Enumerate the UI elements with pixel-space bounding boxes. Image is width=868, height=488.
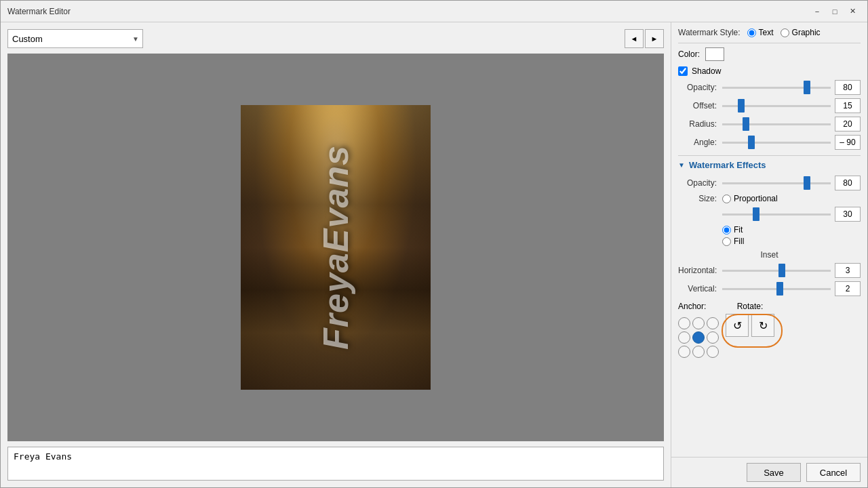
anchor-dot-0[interactable]	[678, 317, 690, 329]
shadow-offset-row: Offset: 15	[678, 98, 861, 113]
shadow-header: Shadow	[678, 66, 861, 76]
proportional-radio[interactable]	[722, 195, 731, 203]
shadow-checkbox[interactable]	[678, 66, 688, 76]
rotate-cw-button[interactable]: ↻	[751, 314, 774, 337]
nav-buttons: ◄ ►	[625, 29, 664, 48]
shadow-radius-slider[interactable]	[722, 123, 831, 125]
horizontal-inset-row: Horizontal: 3	[678, 263, 861, 278]
size-label: Size:	[678, 194, 722, 203]
shadow-opacity-slider[interactable]	[722, 87, 831, 89]
color-label: Color:	[678, 49, 700, 59]
shadow-offset-slider[interactable]	[722, 105, 831, 107]
title-bar: Watermark Editor − □ ✕	[1, 1, 867, 22]
right-scroll-area[interactable]: Watermark Style: Text Graphic Color:	[671, 22, 867, 457]
nav-prev-button[interactable]: ◄	[625, 29, 644, 48]
size-row: Size: Proportional	[678, 194, 861, 203]
vertical-inset-row: Vertical: 2	[678, 281, 861, 296]
inset-title: Inset	[678, 250, 861, 260]
minimize-button[interactable]: −	[809, 5, 825, 18]
shadow-angle-row: Angle: – 90	[678, 135, 861, 150]
anchor-dot-1[interactable]	[692, 317, 705, 329]
shadow-radius-value: 20	[835, 117, 861, 131]
shadow-radius-slider-wrapper	[722, 117, 831, 131]
graphic-style-option[interactable]: Graphic	[781, 28, 821, 37]
photo-overlay	[241, 105, 431, 390]
anchor-label: Anchor:	[678, 302, 706, 311]
window-title: Watermark Editor	[7, 7, 71, 16]
anchor-dot-6[interactable]	[678, 346, 690, 358]
bottom-buttons: Save Cancel	[671, 457, 867, 487]
color-row: Color:	[678, 47, 861, 61]
left-panel: Custom ▼ ◄ ► FreyaEvans	[1, 22, 671, 487]
vertical-value: 2	[835, 281, 861, 296]
graphic-style-label: Graphic	[792, 28, 821, 37]
fill-option[interactable]: Fill	[722, 237, 861, 246]
preview-image: FreyaEvans	[241, 105, 431, 390]
horizontal-slider-wrapper	[722, 264, 831, 277]
shadow-opacity-value: 80	[835, 80, 861, 95]
watermark-editor-window: Watermark Editor − □ ✕ Custom ▼ ◄ ►	[0, 0, 868, 488]
shadow-angle-slider-wrapper	[722, 136, 831, 149]
shadow-opacity-slider-wrapper	[722, 81, 831, 94]
size-value: 30	[835, 207, 861, 222]
anchor-dot-4[interactable]	[692, 331, 705, 344]
preset-dropdown-wrapper: Custom ▼	[7, 29, 143, 48]
toolbar: Custom ▼ ◄ ►	[7, 29, 664, 48]
close-button[interactable]: ✕	[844, 5, 861, 18]
graphic-style-radio[interactable]	[781, 28, 789, 37]
text-style-option[interactable]: Text	[747, 28, 774, 37]
effects-opacity-slider[interactable]	[722, 182, 831, 184]
anchor-dot-2[interactable]	[707, 317, 719, 329]
maximize-button[interactable]: □	[827, 5, 843, 18]
save-button[interactable]: Save	[747, 463, 801, 482]
preview-area: FreyaEvans	[7, 54, 664, 441]
shadow-radius-row: Radius: 20	[678, 117, 861, 131]
anchor-dot-8[interactable]	[707, 346, 719, 358]
shadow-angle-label: Angle:	[678, 138, 722, 147]
watermark-text-input[interactable]: Freya Evans	[7, 447, 664, 481]
fit-radio[interactable]	[722, 226, 731, 235]
proportional-option[interactable]: Proportional	[722, 194, 778, 203]
fit-label: Fit	[734, 225, 743, 235]
window-controls: − □ ✕	[809, 5, 861, 18]
preset-dropdown[interactable]: Custom	[7, 29, 143, 48]
nav-next-button[interactable]: ►	[645, 29, 664, 48]
shadow-opacity-label: Opacity:	[678, 83, 722, 92]
vertical-slider[interactable]	[722, 288, 831, 290]
shadow-offset-label: Offset:	[678, 101, 722, 110]
shadow-offset-slider-wrapper	[722, 99, 831, 113]
text-style-radio[interactable]	[747, 28, 756, 37]
shadow-opacity-row: Opacity: 80	[678, 80, 861, 95]
watermark-style-label: Watermark Style:	[678, 28, 741, 37]
photo-simulation	[241, 105, 431, 390]
color-swatch[interactable]	[705, 47, 724, 61]
horizontal-slider[interactable]	[722, 270, 831, 272]
effects-opacity-row: Opacity: 80	[678, 176, 861, 190]
size-slider-wrapper	[722, 207, 831, 221]
size-slider[interactable]	[722, 214, 831, 216]
rotate-ccw-button[interactable]: ↺	[726, 314, 749, 337]
rotate-buttons: ↺ ↻	[726, 314, 774, 337]
rotate-section: Rotate: ↺ ↻	[726, 302, 774, 337]
cancel-button[interactable]: Cancel	[806, 463, 861, 482]
fill-radio[interactable]	[722, 237, 731, 246]
proportional-label: Proportional	[734, 194, 778, 203]
watermark-style-row: Watermark Style: Text Graphic	[678, 28, 861, 37]
vertical-slider-wrapper	[722, 282, 831, 296]
anchor-dot-5[interactable]	[707, 331, 719, 344]
fit-fill-section: Fit Fill	[722, 225, 861, 246]
shadow-offset-value: 15	[835, 98, 861, 113]
shadow-radius-label: Radius:	[678, 119, 722, 129]
shadow-angle-slider[interactable]	[722, 142, 831, 144]
anchor-dot-7[interactable]	[692, 346, 705, 358]
divider-2	[678, 155, 861, 156]
anchor-dot-3[interactable]	[678, 331, 690, 344]
right-panel: Watermark Style: Text Graphic Color:	[671, 22, 867, 487]
vertical-label: Vertical:	[678, 284, 722, 293]
fill-label: Fill	[734, 237, 744, 246]
effects-arrow-icon: ▼	[678, 161, 685, 169]
main-content: Custom ▼ ◄ ► FreyaEvans	[1, 22, 867, 487]
anchor-rotate-row: Anchor:	[678, 302, 861, 358]
fit-option[interactable]: Fit	[722, 225, 861, 235]
size-slider-row: 30	[678, 207, 861, 222]
